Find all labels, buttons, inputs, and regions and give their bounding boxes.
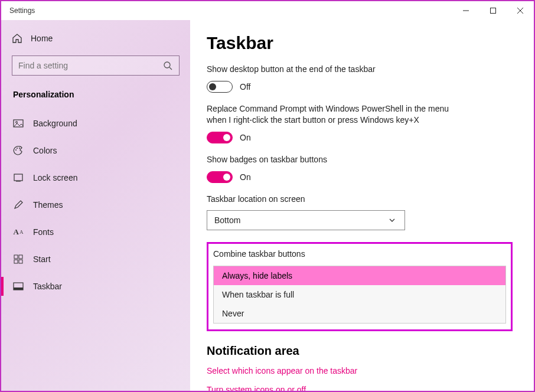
link-system-icons[interactable]: Turn system icons on or off	[207, 385, 513, 391]
page-title: Taskbar	[207, 33, 513, 53]
sidebar-item-background[interactable]: Background	[1, 110, 190, 137]
chevron-down-icon	[387, 215, 397, 226]
section-header: Notification area	[207, 344, 513, 358]
svg-rect-15	[14, 260, 18, 263]
sidebar-item-colors[interactable]: Colors	[1, 137, 190, 164]
sidebar-item-fonts[interactable]: AA Fonts	[1, 218, 190, 246]
sidebar-item-label: Background	[33, 119, 77, 128]
svg-point-8	[15, 149, 17, 151]
toggle-state: On	[240, 133, 251, 142]
svg-rect-16	[19, 260, 22, 263]
home-nav[interactable]: Home	[1, 25, 190, 52]
svg-point-7	[16, 122, 18, 123]
combine-highlight: Combine taskbar buttons Always, hide lab…	[207, 242, 513, 331]
sidebar-item-label: Fonts	[33, 227, 54, 237]
svg-rect-13	[14, 255, 18, 259]
badges-toggle[interactable]	[207, 171, 233, 183]
svg-rect-18	[14, 288, 23, 290]
svg-point-9	[17, 148, 18, 149]
brush-icon	[13, 200, 24, 210]
powershell-toggle[interactable]	[207, 132, 233, 143]
sidebar-item-taskbar[interactable]: Taskbar	[1, 273, 190, 300]
sidebar-item-label: Lock screen	[33, 173, 77, 182]
sidebar-item-lockscreen[interactable]: Lock screen	[1, 164, 190, 191]
home-icon	[12, 33, 22, 44]
combine-option-never[interactable]: Never	[214, 304, 505, 323]
toggle-state: On	[240, 172, 251, 182]
content-area: Taskbar Show desktop button at the end o…	[190, 20, 534, 391]
setting-label: Replace Command Prompt with Windows Powe…	[207, 103, 467, 126]
sidebar-item-label: Themes	[33, 200, 63, 210]
sidebar-item-label: Start	[33, 254, 51, 264]
svg-rect-1	[491, 8, 496, 14]
svg-point-10	[19, 148, 20, 149]
minimize-button[interactable]	[452, 1, 479, 20]
combine-dropdown[interactable]: Always, hide labels When taskbar is full…	[213, 266, 506, 324]
start-icon	[13, 254, 24, 264]
sidebar-item-start[interactable]: Start	[1, 246, 190, 273]
search-field[interactable]	[18, 61, 162, 70]
svg-point-4	[164, 62, 170, 68]
search-icon	[162, 60, 173, 71]
sidebar-item-label: Colors	[33, 146, 57, 155]
desktop-button-toggle[interactable]	[207, 81, 233, 93]
titlebar: Settings	[1, 1, 534, 20]
app-title: Settings	[1, 6, 35, 15]
combine-option-full[interactable]: When taskbar is full	[214, 285, 505, 304]
category-header: Personalization	[1, 86, 190, 110]
combine-option-always[interactable]: Always, hide labels	[214, 266, 505, 285]
search-input[interactable]	[12, 55, 180, 76]
sidebar-item-label: Taskbar	[33, 282, 62, 291]
taskbar-location-select[interactable]: Bottom	[207, 210, 405, 230]
select-value: Bottom	[214, 215, 240, 225]
close-button[interactable]	[507, 1, 534, 20]
setting-label: Show desktop button at the end of the ta…	[207, 64, 467, 75]
maximize-button[interactable]	[479, 1, 507, 20]
svg-rect-11	[14, 174, 22, 181]
taskbar-icon	[13, 281, 24, 292]
sidebar: Home Personalization Background Colors L…	[1, 20, 190, 391]
toggle-state: Off	[240, 82, 250, 92]
home-label: Home	[31, 34, 53, 43]
window-controls	[452, 1, 534, 20]
palette-icon	[13, 145, 24, 156]
link-select-icons[interactable]: Select which icons appear on the taskbar	[207, 366, 513, 375]
setting-label: Show badges on taskbar buttons	[207, 154, 467, 165]
sidebar-item-themes[interactable]: Themes	[1, 191, 190, 218]
fonts-icon: AA	[13, 227, 24, 237]
svg-line-5	[169, 67, 172, 70]
picture-icon	[13, 118, 24, 129]
setting-label: Combine taskbar buttons	[213, 249, 473, 260]
lockscreen-icon	[13, 172, 24, 183]
setting-label: Taskbar location on screen	[207, 194, 467, 205]
svg-rect-14	[19, 255, 22, 259]
